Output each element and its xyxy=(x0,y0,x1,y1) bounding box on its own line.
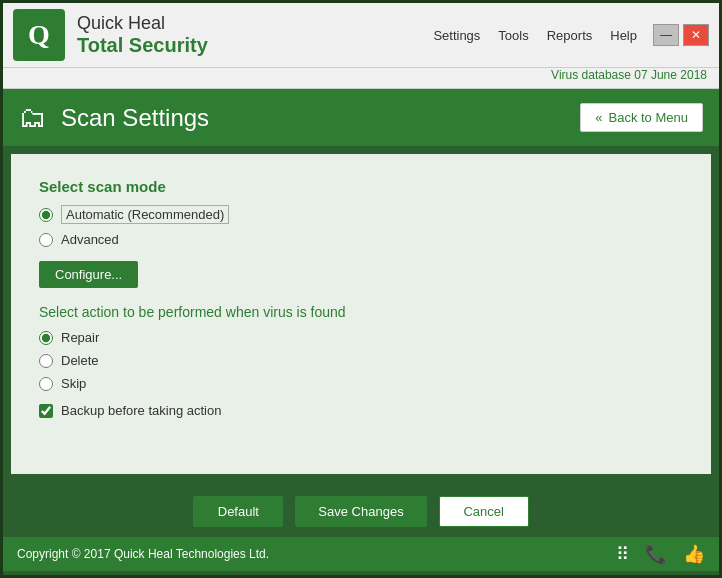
status-bar: Copyright © 2017 Quick Heal Technologies… xyxy=(3,537,719,571)
action-skip-radio[interactable] xyxy=(39,377,53,391)
scan-mode-label: Select scan mode xyxy=(39,178,683,195)
cancel-button[interactable]: Cancel xyxy=(439,496,529,527)
copyright-text: Copyright © 2017 Quick Heal Technologies… xyxy=(17,547,269,561)
scan-mode-advanced-label: Advanced xyxy=(61,232,119,247)
virus-db-bar: Virus database 07 June 2018 xyxy=(3,68,719,89)
title-bar: Q Quick Heal Total Security Settings Too… xyxy=(3,3,719,68)
scan-mode-automatic[interactable]: Automatic (Recommended) xyxy=(39,205,683,224)
close-button[interactable]: ✕ xyxy=(683,24,709,46)
action-skip[interactable]: Skip xyxy=(39,376,683,391)
back-chevron-icon: « xyxy=(595,110,602,125)
default-button[interactable]: Default xyxy=(193,496,283,527)
backup-label: Backup before taking action xyxy=(61,403,221,418)
footer-buttons: Default Save Changes Cancel xyxy=(3,482,719,537)
nav-settings[interactable]: Settings xyxy=(433,28,480,43)
app-logo: Q xyxy=(13,9,65,61)
statusbar-icons: ⠿ 📞 👍 xyxy=(616,543,705,565)
scan-mode-automatic-radio[interactable] xyxy=(39,208,53,222)
action-delete[interactable]: Delete xyxy=(39,353,683,368)
action-repair-label: Repair xyxy=(61,330,99,345)
configure-button[interactable]: Configure... xyxy=(39,261,138,288)
logo-letter: Q xyxy=(28,19,50,51)
virus-db-text: Virus database 07 June 2018 xyxy=(551,68,707,82)
section-title-group: 🗂 Scan Settings xyxy=(19,101,209,134)
grid-icon[interactable]: ⠿ xyxy=(616,543,629,565)
save-changes-button[interactable]: Save Changes xyxy=(295,496,426,527)
scan-mode-group: Automatic (Recommended) Advanced xyxy=(39,205,683,247)
minimize-button[interactable]: — xyxy=(653,24,679,46)
thumbs-up-icon[interactable]: 👍 xyxy=(683,543,705,565)
app-name-line1: Quick Heal xyxy=(77,13,208,34)
action-delete-radio[interactable] xyxy=(39,354,53,368)
section-header: 🗂 Scan Settings « Back to Menu xyxy=(3,89,719,146)
main-content: Select scan mode Automatic (Recommended)… xyxy=(11,154,711,474)
top-nav: Settings Tools Reports Help xyxy=(433,28,637,43)
action-delete-label: Delete xyxy=(61,353,99,368)
app-name: Quick Heal Total Security xyxy=(77,13,208,57)
scan-mode-advanced-radio[interactable] xyxy=(39,233,53,247)
nav-help[interactable]: Help xyxy=(610,28,637,43)
back-btn-label: Back to Menu xyxy=(609,110,689,125)
scan-mode-advanced[interactable]: Advanced xyxy=(39,232,683,247)
action-skip-label: Skip xyxy=(61,376,86,391)
backup-checkbox-row[interactable]: Backup before taking action xyxy=(39,403,683,418)
backup-checkbox[interactable] xyxy=(39,404,53,418)
scan-settings-icon: 🗂 xyxy=(19,101,47,134)
virus-action-group: Repair Delete Skip xyxy=(39,330,683,391)
action-repair[interactable]: Repair xyxy=(39,330,683,345)
virus-action-label: Select action to be performed when virus… xyxy=(39,304,683,320)
section-title: Scan Settings xyxy=(61,104,209,132)
back-to-menu-button[interactable]: « Back to Menu xyxy=(580,103,703,132)
window-controls: — ✕ xyxy=(653,24,709,46)
phone-icon[interactable]: 📞 xyxy=(645,543,667,565)
nav-reports[interactable]: Reports xyxy=(547,28,593,43)
app-name-line2: Total Security xyxy=(77,34,208,57)
action-repair-radio[interactable] xyxy=(39,331,53,345)
nav-tools[interactable]: Tools xyxy=(498,28,528,43)
scan-mode-automatic-label: Automatic (Recommended) xyxy=(61,205,229,224)
